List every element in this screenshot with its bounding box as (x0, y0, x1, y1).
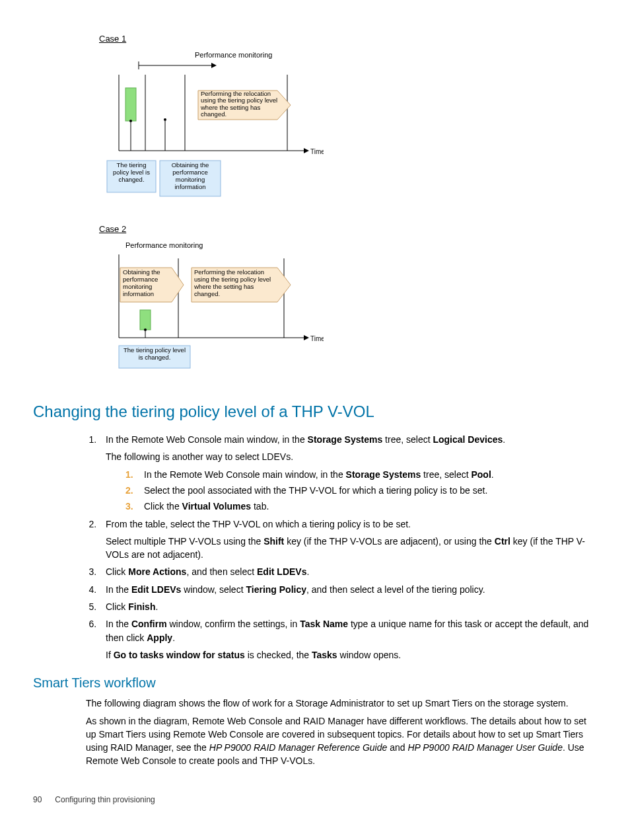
svg-marker-5 (304, 148, 309, 153)
procedure-list: In the Remote Web Console main window, i… (33, 433, 597, 662)
svg-point-11 (129, 120, 132, 122)
case1-svg: Performance monitoring Time Performing t… (99, 48, 324, 207)
step1-note: The following is another way to select L… (106, 450, 597, 463)
workflow-p2: As shown in the diagram, Remote Web Cons… (86, 714, 597, 768)
substep-2: 2.Select the pool associated with the TH… (125, 484, 597, 497)
step-5: Click Finish. (99, 600, 597, 613)
svg-marker-18 (304, 335, 309, 340)
svg-marker-1 (211, 63, 217, 68)
case1-relocation-box: Performing the relocation using the tier… (201, 91, 279, 118)
step-4: In the Edit LDEVs window, select Tiering… (99, 583, 597, 596)
step-6: In the Confirm window, confirm the setti… (99, 617, 597, 662)
case2-svg: Performance monitoring Time Obtaining th… (99, 239, 324, 384)
svg-rect-9 (125, 88, 136, 121)
svg-point-13 (164, 118, 166, 121)
case2-bottom-box: The tiering policy level is changed. (122, 347, 188, 362)
heading-changing-tiering-policy: Changing the tiering policy level of a T… (33, 401, 597, 424)
case2-perf-label: Performance monitoring (125, 241, 203, 249)
case1-time-label: Time (310, 148, 324, 155)
footer-chapter: Configuring thin provisioning (55, 795, 155, 804)
svg-rect-21 (140, 310, 151, 330)
step-1: In the Remote Web Console main window, i… (99, 433, 597, 513)
case1-left-box: The tiering policy level is changed. (109, 162, 154, 184)
heading-smart-tiers-workflow: Smart Tiers workflow (33, 673, 597, 693)
case1-mid-box: Obtaining the performance monitoring inf… (162, 162, 219, 191)
workflow-p1: The following diagram shows the flow of … (86, 697, 597, 710)
case2-relocation-box: Performing the relocation using the tier… (194, 269, 279, 298)
page-footer: 90 Configuring thin provisioning (33, 794, 597, 806)
diagram-case2: Case 2 Performance monitoring Time Obtai… (99, 223, 597, 387)
svg-point-23 (144, 328, 147, 331)
case1-perf-label: Performance monitoring (195, 51, 272, 59)
case2-time-label: Time (310, 335, 324, 342)
page-number: 90 (33, 794, 53, 806)
diagram-case1: Case 1 Performance monitoring Time Perfo… (99, 33, 597, 210)
step-2: From the table, select the THP V-VOL on … (99, 517, 597, 562)
substeps: 1.In the Remote Web Console main window,… (106, 468, 597, 514)
case2-left-box: Obtaining the performance monitoring inf… (123, 269, 174, 298)
substep-1: 1.In the Remote Web Console main window,… (125, 468, 597, 481)
case1-label: Case 1 (99, 33, 597, 46)
case2-label: Case 2 (99, 223, 597, 236)
step-3: Click More Actions, and then select Edit… (99, 565, 597, 578)
substep-3: 3.Click the Virtual Volumes tab. (125, 500, 597, 513)
